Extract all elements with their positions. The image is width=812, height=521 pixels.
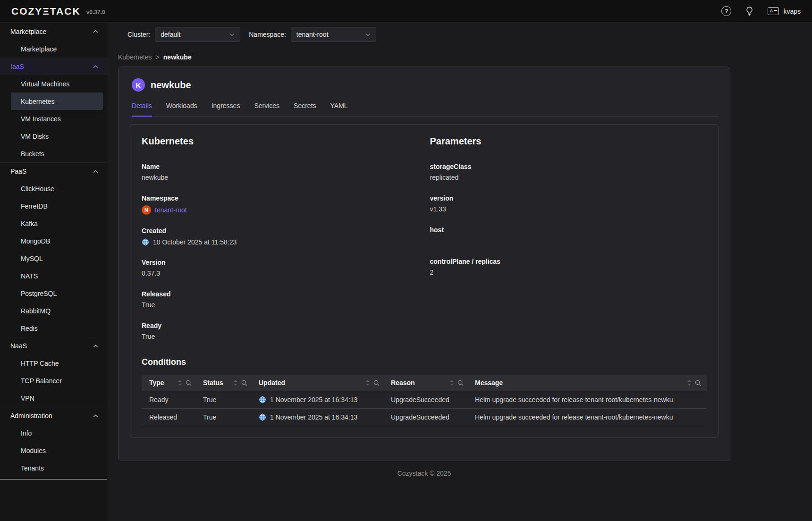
globe-icon <box>259 413 266 421</box>
sidebar-divider <box>0 479 107 479</box>
tab-yaml[interactable]: YAML <box>330 102 348 116</box>
search-icon[interactable] <box>695 380 701 386</box>
sidebar-item-rabbitmq[interactable]: RabbitMQ <box>0 302 107 319</box>
header-actions: ? A kvaps <box>721 6 801 16</box>
sidebar-item-nats[interactable]: NATS <box>0 267 107 285</box>
sidebar: Marketplace Marketplace IaaS Virtual Mac… <box>0 23 107 521</box>
search-icon[interactable] <box>186 380 192 386</box>
cell-message: Helm upgrade succeeded for release tenan… <box>469 409 707 426</box>
chevron-up-icon <box>93 65 98 68</box>
details-left-column: Kubernetes Name newkube Namespace N tena… <box>142 136 419 353</box>
tab-services[interactable]: Services <box>254 102 279 116</box>
sidebar-item-tenants[interactable]: Tenants <box>0 459 107 477</box>
sidebar-section-marketplace[interactable]: Marketplace <box>0 23 107 40</box>
tab-workloads[interactable]: Workloads <box>166 102 197 116</box>
sidebar-item-postgresql[interactable]: PostgreSQL <box>0 285 107 302</box>
details-right-column: Parameters storageClass replicated versi… <box>430 136 707 353</box>
sidebar-item-ferretdb[interactable]: FerretDB <box>0 197 107 215</box>
namespace-link[interactable]: tenant-root <box>155 206 187 214</box>
sort-icon[interactable] <box>178 380 182 386</box>
cell-updated: 1 November 2025 at 16:34:13 <box>253 391 385 409</box>
cell-type: Released <box>142 409 197 426</box>
sidebar-item-mongodb[interactable]: MongoDB <box>0 232 107 250</box>
sidebar-item-modules[interactable]: Modules <box>0 442 107 459</box>
search-icon[interactable] <box>241 380 247 386</box>
breadcrumb-separator: > <box>156 53 160 61</box>
chevron-up-icon <box>93 414 98 418</box>
column-header-status[interactable]: Status <box>197 375 253 391</box>
namespace-select[interactable]: tenant-root <box>291 27 376 42</box>
sidebar-item-kubernetes[interactable]: Kubernetes <box>11 92 103 110</box>
sidebar-item-buckets[interactable]: Buckets <box>0 145 107 162</box>
sidebar-item-tcp-balancer[interactable]: TCP Balancer <box>0 372 107 389</box>
search-icon[interactable] <box>457 380 464 386</box>
field-created: Created 10 October 2025 at 11:58:23 <box>142 227 419 246</box>
tab-details[interactable]: Details <box>132 102 152 116</box>
sidebar-item-info[interactable]: Info <box>0 424 107 442</box>
column-header-reason[interactable]: Reason <box>385 375 469 391</box>
page-title: newkube <box>151 80 191 91</box>
main-content: Cluster: default Namespace: tenant-root … <box>107 23 812 521</box>
sidebar-item-vm-instances[interactable]: VM Instances <box>0 110 107 127</box>
table-row: Ready True 1 November 2025 at 16:34 <box>142 391 707 409</box>
sidebar-item-vm-disks[interactable]: VM Disks <box>0 127 107 145</box>
top-header: COZYΞTACK v0.37.0 ? A kvaps <box>0 0 812 23</box>
sort-icon[interactable] <box>233 380 238 386</box>
help-glyph: ? <box>725 8 728 15</box>
section-label: Administration <box>10 412 52 420</box>
logo: COZYΞTACK <box>11 6 81 17</box>
sort-icon[interactable] <box>687 380 692 386</box>
sidebar-item-redis[interactable]: Redis <box>0 319 107 337</box>
chevron-up-icon <box>93 170 98 173</box>
details-panel: Kubernetes Name newkube Namespace N tena… <box>130 124 719 438</box>
breadcrumb-kubernetes[interactable]: Kubernetes <box>118 53 152 61</box>
sidebar-item-vpn[interactable]: VPN <box>0 389 107 407</box>
sidebar-item-http-cache[interactable]: HTTP Cache <box>0 354 107 372</box>
sidebar-section-iaas[interactable]: IaaS <box>0 58 107 75</box>
cell-message: Helm upgrade succeeded for release tenan… <box>469 391 707 409</box>
sort-icon[interactable] <box>449 380 454 386</box>
sidebar-item-kafka[interactable]: Kafka <box>0 215 107 232</box>
sidebar-section-paas[interactable]: PaaS <box>0 162 107 180</box>
details-grid: Kubernetes Name newkube Namespace N tena… <box>142 136 707 353</box>
section-label: PaaS <box>10 168 26 175</box>
sidebar-item-clickhouse[interactable]: ClickHouse <box>0 180 107 197</box>
section-label: NaaS <box>10 342 27 350</box>
column-header-message[interactable]: Message <box>469 375 707 391</box>
tab-bar: Details Workloads Ingresses Services Sec… <box>130 102 719 117</box>
section-label: IaaS <box>10 63 24 70</box>
tab-secrets[interactable]: Secrets <box>294 102 316 116</box>
sidebar-item-virtual-machines[interactable]: Virtual Machines <box>0 75 107 92</box>
namespace-label: Namespace: <box>249 31 286 38</box>
user-menu[interactable]: A kvaps <box>768 7 801 15</box>
section-label: Marketplace <box>10 28 46 35</box>
sidebar-item-marketplace[interactable]: Marketplace <box>0 40 107 58</box>
sidebar-section-naas[interactable]: NaaS <box>0 337 107 354</box>
chevron-up-icon <box>93 345 98 348</box>
namespace-avatar-icon: N <box>142 205 151 215</box>
field-k8s-version: version v1.33 <box>430 194 707 214</box>
search-icon[interactable] <box>373 380 380 386</box>
help-icon[interactable]: ? <box>721 6 731 16</box>
username: kvaps <box>783 8 801 15</box>
globe-icon <box>142 238 149 246</box>
field-namespace: Namespace N tenant-root <box>142 194 419 215</box>
sort-icon[interactable] <box>365 380 370 386</box>
breadcrumb-current: newkube <box>163 53 192 61</box>
field-released: Released True <box>142 290 419 310</box>
column-header-type[interactable]: Type <box>142 375 197 391</box>
card-title-row: K newkube <box>130 78 719 92</box>
cluster-value: default <box>161 31 180 38</box>
badge-lines <box>774 10 777 12</box>
sidebar-section-administration[interactable]: Administration <box>0 407 107 424</box>
sidebar-item-mysql[interactable]: MySQL <box>0 250 107 267</box>
theme-toggle-bulb-icon[interactable] <box>745 7 753 16</box>
column-header-updated[interactable]: Updated <box>253 375 385 391</box>
tab-ingresses[interactable]: Ingresses <box>211 102 240 116</box>
cell-updated: 1 November 2025 at 16:34:13 <box>253 409 385 426</box>
cluster-select[interactable]: default <box>155 27 240 42</box>
left-heading: Kubernetes <box>142 136 419 147</box>
app-root: COZYΞTACK v0.37.0 ? A kvaps Marketplace <box>0 0 812 521</box>
resource-card: K newkube Details Workloads Ingresses Se… <box>118 67 730 461</box>
cell-reason: UpgradeSucceeded <box>385 409 469 426</box>
